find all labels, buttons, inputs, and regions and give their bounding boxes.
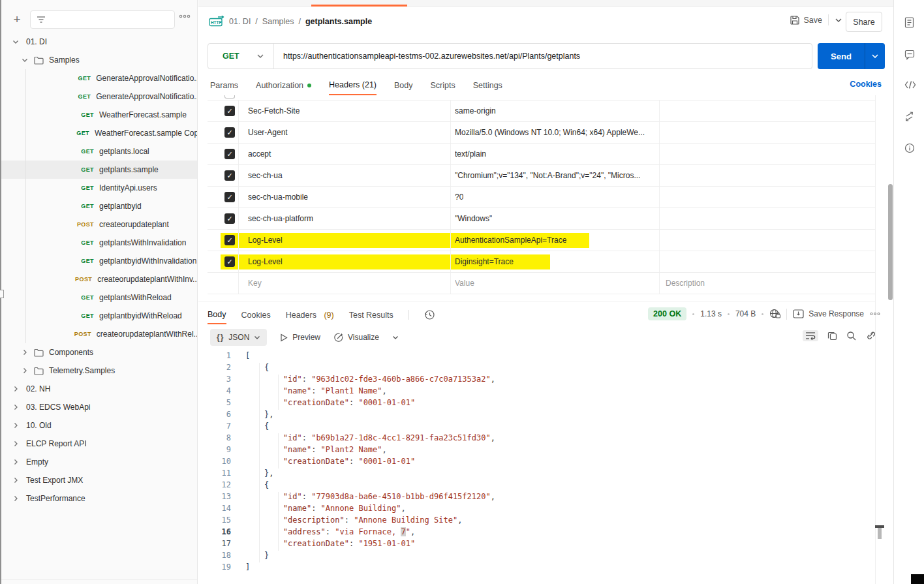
header-key[interactable]: Log-Level xyxy=(248,236,283,245)
sidebar-item-generateapprovalnotificatio-[interactable]: GETGenerateApprovalNotificatio... xyxy=(1,69,197,87)
sidebar-item-getplantswithinvalidation[interactable]: GETgetplantsWithInvalidation xyxy=(1,234,197,252)
send-button[interactable]: Send xyxy=(818,43,885,69)
visualize-button[interactable]: Visualize xyxy=(333,333,379,343)
response-history-icon[interactable] xyxy=(424,309,435,320)
sidebar-item-identityapi-users[interactable]: GETIdentityApi.users xyxy=(1,179,197,197)
response-body-json[interactable]: 1[2 {3 "id": "963d1c02-fde3-460b-a866-c7… xyxy=(208,351,860,574)
response-tab-body[interactable]: Body xyxy=(208,305,226,324)
send-dropdown-caret[interactable] xyxy=(865,43,885,69)
sidebar-more-options-button[interactable] xyxy=(179,14,191,18)
header-row-sec-ch-ua-platform[interactable]: ✓sec-ch-ua-platform"Windows" xyxy=(208,208,875,230)
sidebar-item-getplantbyidwithinvalidation[interactable]: GETgetplantbyidWithInvalidation xyxy=(1,252,197,270)
sidebar-item-weatherforecast-sample[interactable]: GETWeatherForecast.sample xyxy=(1,106,197,124)
header-value[interactable]: AuthenticationSampleApi=Trace xyxy=(455,236,566,245)
sidebar-item-elcp-report-api[interactable]: ELCP Report API xyxy=(1,435,197,453)
header-row-user-agent[interactable]: ✓User-AgentMozilla/5.0 (Windows NT 10.0;… xyxy=(208,122,875,144)
header-value[interactable]: Mozilla/5.0 (Windows NT 10.0; Win64; x64… xyxy=(455,128,645,137)
breadcrumb-request-name[interactable]: getplants.sample xyxy=(305,17,372,26)
header-key[interactable]: Log-Level xyxy=(248,257,283,266)
chevron-right-icon[interactable] xyxy=(12,477,20,484)
sidebar-item-weatherforecast-sample-copy[interactable]: GETWeatherForecast.sample Copy xyxy=(1,124,197,142)
chevron-right-icon[interactable] xyxy=(12,386,20,392)
chevron-right-icon[interactable] xyxy=(12,440,20,447)
chevron-right-icon[interactable] xyxy=(21,349,29,356)
header-key[interactable]: sec-ch-ua xyxy=(248,171,283,180)
header-checkbox[interactable]: ✓ xyxy=(224,170,235,181)
header-value[interactable]: "Chromium";v="134", "Not:A-Brand";v="24"… xyxy=(455,171,640,180)
sidebar-item-getplants-sample[interactable]: GETgetplants.sample xyxy=(1,161,197,179)
tab-headers[interactable]: Headers (21) xyxy=(329,76,377,95)
header-row-log-level[interactable]: ✓Log-LevelDiginsight=Trace xyxy=(208,251,875,273)
sidebar-item-test-export-jmx[interactable]: Test Export JMX xyxy=(1,471,197,489)
response-tab-cookies[interactable]: Cookies xyxy=(241,305,271,324)
value-placeholder[interactable]: Value xyxy=(455,279,474,288)
header-key[interactable]: sec-ch-ua-platform xyxy=(248,214,313,223)
header-key[interactable]: sec-ch-ua-mobile xyxy=(248,192,308,202)
header-value[interactable]: text/plain xyxy=(455,149,486,159)
header-checkbox[interactable]: ✓ xyxy=(224,256,235,267)
chevron-down-icon[interactable] xyxy=(21,57,29,63)
sidebar-item-getplantbyidwithreload[interactable]: GETgetplantbyidWithReload xyxy=(1,307,197,325)
header-value[interactable]: same-origin xyxy=(455,106,496,115)
panel-collapse-handle[interactable] xyxy=(0,290,4,298)
header-row-new[interactable]: KeyValueDescription xyxy=(208,273,875,294)
breadcrumb-folder[interactable]: Samples xyxy=(262,17,294,26)
sidebar-item-createorupdateplant[interactable]: POSTcreateorupdateplant xyxy=(1,215,197,234)
sidebar-item-02-nh[interactable]: 02. NH xyxy=(1,380,197,398)
response-tab-headers[interactable]: Headers (9) xyxy=(286,305,334,324)
response-time[interactable]: 1.13 s xyxy=(700,309,722,318)
chevron-right-icon[interactable] xyxy=(12,422,20,429)
header-checkbox[interactable]: ✓ xyxy=(224,149,235,159)
comments-icon[interactable] xyxy=(904,50,915,60)
wrap-text-button[interactable] xyxy=(803,330,818,341)
new-collection-button[interactable]: + xyxy=(10,13,23,26)
header-checkbox[interactable]: ✓ xyxy=(224,235,235,245)
cookies-link[interactable]: Cookies xyxy=(850,80,882,89)
info-icon[interactable] xyxy=(904,143,915,153)
sidebar-item-components[interactable]: Components xyxy=(1,343,197,361)
sidebar-item-samples[interactable]: Samples xyxy=(1,51,197,69)
documentation-icon[interactable] xyxy=(904,17,914,28)
sidebar-item-createorupdateplantwithinv-[interactable]: POSTcreateorupdateplantWithInv... xyxy=(1,270,197,288)
copy-body-button[interactable] xyxy=(827,331,837,341)
request-info-swap-icon[interactable] xyxy=(904,112,914,121)
sidebar-item-empty[interactable]: Empty xyxy=(1,453,197,471)
tab-scripts[interactable]: Scripts xyxy=(431,76,455,95)
format-dropdown[interactable]: {} JSON xyxy=(210,329,267,346)
sidebar-item-generateapprovalnotificatio-[interactable]: GETGenerateApprovalNotificatio... xyxy=(1,87,197,106)
save-button[interactable]: Save xyxy=(790,16,823,25)
filter-input[interactable] xyxy=(30,10,175,29)
link-button[interactable] xyxy=(865,331,875,341)
sidebar-item-getplants-local[interactable]: GETgetplants.local xyxy=(1,142,197,161)
chevron-right-icon[interactable] xyxy=(21,367,29,374)
response-more-options-button[interactable] xyxy=(870,312,880,316)
tab-body[interactable]: Body xyxy=(394,76,413,95)
header-checkbox[interactable]: ✓ xyxy=(224,106,235,116)
url-input[interactable]: https://authenticationsampleapi-testms-0… xyxy=(283,52,580,61)
header-key[interactable]: accept xyxy=(248,149,271,159)
header-row-sec-ch-ua-mobile[interactable]: ✓sec-ch-ua-mobile?0 xyxy=(208,187,875,208)
header-row-accept[interactable]: ✓accepttext/plain xyxy=(208,144,875,165)
sidebar-item-getplantswithreload[interactable]: GETgetplantsWithReload xyxy=(1,288,197,307)
vertical-scrollbar[interactable] xyxy=(888,184,893,300)
sidebar-item-01-di[interactable]: 01. DI xyxy=(1,33,197,51)
header-row-log-level[interactable]: ✓Log-LevelAuthenticationSampleApi=Trace xyxy=(208,230,875,251)
search-body-button[interactable] xyxy=(846,331,856,341)
chevron-right-icon[interactable] xyxy=(12,495,20,502)
tab-params[interactable]: Params xyxy=(210,76,238,95)
header-checkbox[interactable]: ✓ xyxy=(224,192,235,202)
status-badge[interactable]: 200 OK xyxy=(648,307,686,320)
header-row-sec-fetch-site[interactable]: ✓Sec-Fetch-Sitesame-origin xyxy=(208,100,875,122)
description-placeholder[interactable]: Description xyxy=(666,279,705,288)
response-tab-test-results[interactable]: Test Results xyxy=(349,305,393,324)
breadcrumb-collection[interactable]: 01. DI xyxy=(229,17,251,26)
header-key[interactable]: Sec-Fetch-Site xyxy=(248,106,300,115)
sidebar-item-createorupdateplantwithrel-[interactable]: POSTcreateorupdateplantWithRel... xyxy=(1,325,197,343)
share-button[interactable]: Share xyxy=(846,12,882,32)
sidebar-item-10-old[interactable]: 10. Old xyxy=(1,416,197,435)
header-checkbox[interactable]: ✓ xyxy=(224,127,235,138)
key-placeholder[interactable]: Key xyxy=(248,279,262,288)
sidebar-item-telemetry-samples[interactable]: Telemetry.Samples xyxy=(1,361,197,380)
header-value[interactable]: Diginsight=Trace xyxy=(455,257,514,266)
preview-button[interactable]: Preview xyxy=(280,333,320,342)
